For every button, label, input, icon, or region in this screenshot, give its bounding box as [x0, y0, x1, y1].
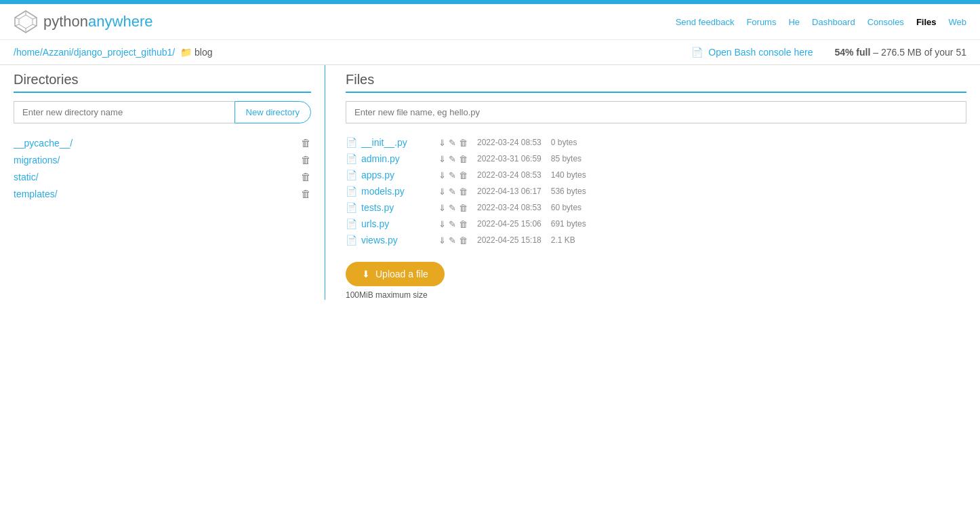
- nav-dashboard[interactable]: Dashboard: [812, 17, 855, 27]
- delete-dir-icon[interactable]: 🗑: [301, 188, 311, 199]
- delete-file-icon[interactable]: 🗑: [459, 219, 468, 229]
- upload-button[interactable]: ⬇ Upload a file: [346, 262, 445, 286]
- breadcrumb-project[interactable]: /django_project_github1: [71, 47, 172, 58]
- breadcrumb: /home/Azzani/django_project_github1/ 📁 b…: [14, 47, 212, 58]
- dir-link-static[interactable]: static/: [14, 172, 39, 182]
- delete-dir-icon[interactable]: 🗑: [301, 154, 311, 165]
- file-size: 2.1 KB: [551, 235, 595, 245]
- nav-send-feedback[interactable]: Send feedback: [676, 17, 735, 27]
- nav-help[interactable]: He: [788, 17, 800, 27]
- file-list: 📄 __init__.py ⇓ ✎ 🗑 2022-03-24 08:53 0 b…: [346, 134, 966, 248]
- file-actions: ⇓ ✎ 🗑: [438, 187, 468, 197]
- logo-icon: [14, 9, 38, 34]
- logo[interactable]: pythonanywhere: [14, 9, 152, 34]
- file-size: 140 bytes: [551, 170, 595, 180]
- file-icon: 📄: [346, 218, 357, 229]
- svg-line-6: [15, 24, 19, 26]
- file-size: 0 bytes: [551, 138, 595, 147]
- svg-line-4: [33, 24, 37, 26]
- svg-line-7: [15, 18, 19, 19]
- file-date: 2022-03-24 08:53: [477, 170, 542, 180]
- disk-usage: 54% full – 276.5 MB of your 51: [834, 47, 966, 58]
- edit-icon[interactable]: ✎: [449, 154, 456, 164]
- download-icon[interactable]: ⇓: [438, 138, 446, 148]
- breadcrumb-right: 📄 Open Bash console here 54% full – 276.…: [691, 47, 966, 58]
- dir-link-migrations[interactable]: migrations/: [14, 155, 60, 165]
- file-date: 2022-04-25 15:18: [477, 235, 542, 245]
- file-link-init[interactable]: __init__.py: [361, 137, 429, 148]
- table-row: 📄 admin.py ⇓ ✎ 🗑 2022-03-31 06:59 85 byt…: [346, 151, 966, 167]
- file-size: 60 bytes: [551, 203, 595, 212]
- file-size: 85 bytes: [551, 154, 595, 163]
- table-row: 📄 apps.py ⇓ ✎ 🗑 2022-03-24 08:53 140 byt…: [346, 167, 966, 183]
- file-link-urls[interactable]: urls.py: [361, 218, 429, 229]
- delete-file-icon[interactable]: 🗑: [459, 235, 468, 246]
- table-row: 📄 models.py ⇓ ✎ 🗑 2022-04-13 06:17 536 b…: [346, 183, 966, 199]
- download-icon[interactable]: ⇓: [438, 154, 446, 164]
- table-row: 📄 tests.py ⇓ ✎ 🗑 2022-03-24 08:53 60 byt…: [346, 199, 966, 216]
- upload-section: ⬇ Upload a file 100MiB maximum size: [346, 262, 966, 300]
- delete-file-icon[interactable]: 🗑: [459, 138, 468, 148]
- delete-file-icon[interactable]: 🗑: [459, 203, 468, 213]
- file-link-tests[interactable]: tests.py: [361, 202, 429, 213]
- file-link-models[interactable]: models.py: [361, 186, 429, 197]
- file-actions: ⇓ ✎ 🗑: [438, 235, 468, 246]
- directory-list: __pycache__/ 🗑 migrations/ 🗑 static/ 🗑 t…: [14, 134, 311, 202]
- file-size: 536 bytes: [551, 187, 595, 196]
- download-icon[interactable]: ⇓: [438, 170, 446, 180]
- delete-file-icon[interactable]: 🗑: [459, 187, 468, 197]
- files-panel: Files 📄 __init__.py ⇓ ✎ 🗑 2022-03-24 08:…: [346, 65, 966, 300]
- download-icon[interactable]: ⇓: [438, 187, 446, 197]
- breadcrumb-bar: /home/Azzani/django_project_github1/ 📁 b…: [0, 40, 980, 65]
- nav-consoles[interactable]: Consoles: [867, 17, 904, 27]
- file-actions: ⇓ ✎ 🗑: [438, 203, 468, 213]
- terminal-icon: 📄: [691, 47, 703, 58]
- file-link-views[interactable]: views.py: [361, 235, 429, 246]
- table-row: 📄 __init__.py ⇓ ✎ 🗑 2022-03-24 08:53 0 b…: [346, 134, 966, 151]
- file-actions: ⇓ ✎ 🗑: [438, 138, 468, 148]
- file-date: 2022-03-24 08:53: [477, 138, 542, 147]
- top-nav-links: Send feedback Forums He Dashboard Consol…: [676, 17, 966, 27]
- table-row: 📄 urls.py ⇓ ✎ 🗑 2022-04-25 15:06 691 byt…: [346, 216, 966, 232]
- dir-link-templates[interactable]: templates/: [14, 189, 58, 199]
- download-icon[interactable]: ⇓: [438, 219, 446, 229]
- list-item: migrations/ 🗑: [14, 151, 311, 168]
- nav-files[interactable]: Files: [916, 17, 937, 27]
- file-date: 2022-04-25 15:06: [477, 219, 542, 229]
- nav-web[interactable]: Web: [949, 17, 967, 27]
- directories-panel: Directories New directory __pycache__/ 🗑…: [14, 65, 325, 300]
- top-nav: pythonanywhere Send feedback Forums He D…: [0, 4, 980, 40]
- download-icon[interactable]: ⇓: [438, 235, 446, 246]
- edit-icon[interactable]: ✎: [449, 203, 456, 213]
- breadcrumb-user[interactable]: /Azzani: [40, 47, 71, 58]
- file-icon: 📄: [346, 186, 357, 197]
- file-icon: 📄: [346, 235, 357, 246]
- nav-forums[interactable]: Forums: [746, 17, 776, 27]
- open-bash-console[interactable]: 📄 Open Bash console here: [691, 47, 813, 58]
- delete-dir-icon[interactable]: 🗑: [301, 137, 311, 149]
- file-date: 2022-03-31 06:59: [477, 154, 542, 163]
- logo-text: pythonanywhere: [43, 13, 152, 31]
- file-actions: ⇓ ✎ 🗑: [438, 154, 468, 164]
- dir-link-pycache[interactable]: __pycache__/: [14, 138, 73, 149]
- breadcrumb-sep[interactable]: /: [172, 47, 175, 58]
- delete-dir-icon[interactable]: 🗑: [301, 171, 311, 182]
- breadcrumb-home[interactable]: /home: [14, 47, 40, 58]
- file-icon: 📄: [346, 202, 357, 213]
- delete-file-icon[interactable]: 🗑: [459, 154, 468, 164]
- edit-icon[interactable]: ✎: [449, 138, 456, 148]
- new-dir-button[interactable]: New directory: [234, 101, 311, 123]
- download-icon[interactable]: ⇓: [438, 203, 446, 213]
- files-title: Files: [346, 72, 966, 93]
- new-file-input[interactable]: [346, 101, 966, 123]
- delete-file-icon[interactable]: 🗑: [459, 170, 468, 180]
- edit-icon[interactable]: ✎: [449, 187, 456, 197]
- edit-icon[interactable]: ✎: [449, 170, 456, 180]
- file-link-apps[interactable]: apps.py: [361, 170, 429, 180]
- file-icon: 📄: [346, 153, 357, 164]
- new-dir-input[interactable]: [14, 101, 234, 123]
- file-link-admin[interactable]: admin.py: [361, 153, 429, 164]
- file-icon: 📄: [346, 137, 357, 148]
- edit-icon[interactable]: ✎: [449, 219, 456, 229]
- edit-icon[interactable]: ✎: [449, 235, 456, 246]
